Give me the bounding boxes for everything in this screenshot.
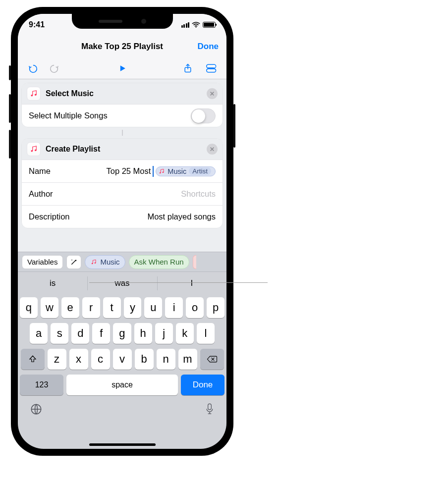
key-y[interactable]: y <box>124 297 142 318</box>
prediction-1[interactable]: is <box>18 272 87 294</box>
key-w[interactable]: w <box>41 297 58 318</box>
name-label: Name <box>29 166 51 176</box>
play-button[interactable] <box>116 62 128 74</box>
connector <box>122 130 123 136</box>
volume-up <box>9 94 11 123</box>
svg-rect-15 <box>208 404 212 410</box>
delete-action-button[interactable] <box>207 88 218 99</box>
svg-point-13 <box>95 262 96 264</box>
dictation-key[interactable] <box>205 403 215 418</box>
delete-action-button[interactable] <box>207 144 218 155</box>
share-button[interactable] <box>182 62 194 74</box>
redo-button <box>49 62 60 74</box>
action-title: Select Music <box>46 89 202 98</box>
prediction-3[interactable]: I <box>157 272 226 294</box>
volume-down <box>9 130 11 159</box>
action-title: Create Playlist <box>46 145 202 154</box>
page-title: Make Top 25 Playlist <box>81 42 163 52</box>
key-h[interactable]: h <box>134 323 152 344</box>
key-s[interactable]: s <box>51 323 68 344</box>
undo-button[interactable] <box>27 62 39 74</box>
svg-point-11 <box>163 171 164 173</box>
signal-icon <box>181 22 190 28</box>
key-e[interactable]: e <box>61 297 79 318</box>
key-z[interactable]: z <box>48 349 66 370</box>
key-o[interactable]: o <box>186 297 204 318</box>
screen: 9:41 Make Top 25 Playlist Done <box>18 14 226 449</box>
workflow-content: Select Music Select Multiple Songs <box>18 79 226 252</box>
key-i[interactable]: i <box>165 297 183 318</box>
text-cursor <box>153 166 154 177</box>
svg-point-12 <box>92 263 93 264</box>
svg-point-7 <box>35 94 37 96</box>
music-app-icon <box>27 87 41 101</box>
settings-button[interactable] <box>206 62 218 74</box>
key-l[interactable]: l <box>197 323 215 344</box>
next-pill-peek[interactable] <box>193 255 196 269</box>
pill-label: Music <box>100 258 119 266</box>
wifi-icon <box>192 22 200 28</box>
done-button[interactable]: Done <box>198 42 219 52</box>
nav-bar: Make Top 25 Playlist Done <box>18 36 226 57</box>
key-k[interactable]: k <box>176 323 194 344</box>
keyboard: q w e r t y u i o p a s d f g h <box>18 294 226 421</box>
key-q[interactable]: q <box>20 297 38 318</box>
shift-key[interactable] <box>21 349 45 370</box>
svg-point-6 <box>31 95 33 97</box>
key-g[interactable]: g <box>113 323 131 344</box>
action-create-playlist: Create Playlist Name Top 25 Most Music A… <box>22 139 223 228</box>
key-t[interactable]: t <box>103 297 121 318</box>
keyboard-done-key[interactable]: Done <box>181 375 224 395</box>
key-r[interactable]: r <box>82 297 100 318</box>
key-j[interactable]: j <box>155 323 173 344</box>
name-text: Top 25 Most <box>106 166 151 176</box>
key-u[interactable]: u <box>144 297 162 318</box>
power-button <box>233 104 235 148</box>
key-v[interactable]: v <box>113 349 132 370</box>
author-field[interactable]: Shortcuts <box>53 189 216 199</box>
ringer-switch <box>9 65 11 80</box>
key-x[interactable]: x <box>69 349 88 370</box>
multiple-songs-toggle[interactable] <box>191 108 216 123</box>
notch <box>72 14 173 29</box>
variable-token[interactable]: Music Artist <box>156 166 216 176</box>
key-m[interactable]: m <box>178 349 197 370</box>
key-b[interactable]: b <box>135 349 154 370</box>
key-p[interactable]: p <box>207 297 224 318</box>
home-indicator[interactable] <box>89 443 156 446</box>
callout-line <box>89 282 268 283</box>
token-name: Music <box>168 167 186 175</box>
action-select-music: Select Music Select Multiple Songs <box>22 83 223 127</box>
key-n[interactable]: n <box>157 349 175 370</box>
music-note-icon <box>90 259 97 266</box>
description-field[interactable]: Most played songs <box>70 212 216 221</box>
magic-wand-button[interactable] <box>66 255 81 269</box>
key-c[interactable]: c <box>91 349 110 370</box>
svg-point-10 <box>160 172 161 173</box>
toolbar <box>18 57 226 79</box>
battery-icon <box>203 22 216 28</box>
space-key[interactable]: space <box>66 375 178 395</box>
multiple-songs-label: Select Multiple Songs <box>29 111 108 120</box>
key-a[interactable]: a <box>30 323 48 344</box>
ask-when-run-pill[interactable]: Ask When Run <box>129 255 189 269</box>
phone-frame: 9:41 Make Top 25 Playlist Done <box>11 7 233 456</box>
svg-point-8 <box>31 150 33 152</box>
numbers-key[interactable]: 123 <box>20 375 63 395</box>
prediction-2[interactable]: was <box>87 272 157 294</box>
globe-key[interactable] <box>30 403 43 418</box>
svg-point-9 <box>35 149 37 151</box>
clock: 9:41 <box>29 20 45 29</box>
variables-button[interactable]: Variables <box>22 255 63 269</box>
variable-bar: Variables Music Ask When Run <box>18 252 226 271</box>
music-variable-pill[interactable]: Music <box>85 255 125 269</box>
music-note-icon <box>158 168 165 175</box>
key-d[interactable]: d <box>71 323 89 344</box>
prediction-bar: is was I <box>18 271 226 294</box>
backspace-key[interactable] <box>200 349 224 370</box>
token-property: Artist <box>189 167 211 175</box>
key-f[interactable]: f <box>92 323 110 344</box>
svg-point-3 <box>213 65 216 67</box>
name-field[interactable]: Top 25 Most Music Artist <box>51 166 216 177</box>
music-app-icon <box>27 142 41 156</box>
